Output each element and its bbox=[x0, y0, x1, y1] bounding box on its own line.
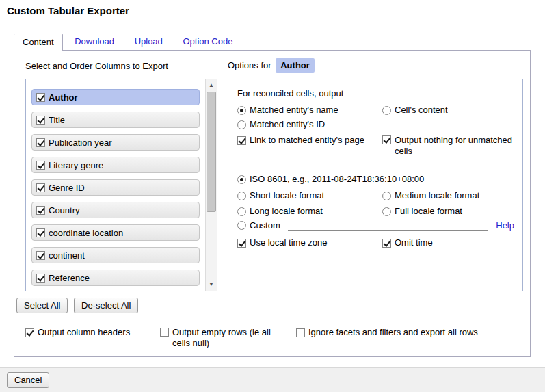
omit-time-option[interactable]: Omit time bbox=[382, 237, 433, 248]
help-link[interactable]: Help bbox=[496, 220, 514, 231]
content-tab-panel: Select and Order Columns to Export Optio… bbox=[14, 50, 531, 357]
medium-locale-radio[interactable] bbox=[382, 192, 391, 200]
cells-content-label: Cell's content bbox=[395, 105, 448, 116]
column-label: continent bbox=[49, 250, 85, 261]
omit-time-checkbox[interactable] bbox=[382, 239, 391, 248]
options-heading: Options for Author bbox=[228, 58, 315, 73]
column-item-continent[interactable]: continent bbox=[31, 247, 200, 263]
custom-format-input[interactable] bbox=[288, 220, 488, 231]
column-list-items: Author Title Publication year Literary g… bbox=[26, 79, 205, 291]
column-item-coordinate-location[interactable]: coordinate location bbox=[31, 224, 200, 241]
column-checkbox[interactable] bbox=[36, 183, 45, 192]
output-empty-rows-option[interactable]: Output empty rows (ie all cells null) bbox=[160, 327, 282, 349]
iso-8601-radio[interactable] bbox=[237, 175, 246, 184]
column-label: Author bbox=[49, 92, 78, 103]
long-locale-label: Long locale format bbox=[250, 206, 323, 217]
output-nothing-unmatched-option[interactable]: Output nothing for unmatched cells bbox=[382, 135, 519, 157]
ignore-facets-checkbox[interactable] bbox=[296, 328, 305, 337]
link-matched-entity-option[interactable]: Link to matched entity's page bbox=[237, 135, 364, 146]
tab-option-code[interactable]: Option Code bbox=[174, 34, 241, 51]
full-locale-radio[interactable] bbox=[382, 207, 391, 216]
column-item-literary-genre[interactable]: Literary genre bbox=[31, 157, 200, 173]
matched-entity-id-option[interactable]: Matched entity's ID bbox=[237, 119, 325, 130]
column-label: Genre ID bbox=[49, 183, 85, 193]
matched-entity-id-radio[interactable] bbox=[237, 120, 246, 129]
custom-tabular-exporter-dialog: Custom Tabular Exporter Content Download… bbox=[0, 0, 545, 392]
matched-entity-name-option[interactable]: Matched entity's name bbox=[237, 105, 338, 116]
tab-download[interactable]: Download bbox=[66, 34, 122, 51]
column-item-title[interactable]: Title bbox=[31, 112, 200, 128]
custom-format-row: Custom Help bbox=[237, 220, 514, 231]
cells-content-radio[interactable] bbox=[382, 106, 391, 115]
columns-heading: Select and Order Columns to Export bbox=[25, 61, 168, 71]
matched-entity-name-label: Matched entity's name bbox=[250, 105, 338, 116]
output-column-headers-checkbox[interactable] bbox=[25, 328, 34, 337]
full-locale-option[interactable]: Full locale format bbox=[382, 206, 462, 217]
scrollbar-thumb[interactable] bbox=[207, 92, 216, 212]
column-item-reference[interactable]: Reference bbox=[31, 270, 200, 286]
cancel-button[interactable]: Cancel bbox=[7, 372, 49, 388]
column-label: Country bbox=[49, 205, 80, 215]
tab-upload[interactable]: Upload bbox=[127, 34, 171, 51]
custom-format-radio[interactable] bbox=[237, 221, 246, 230]
column-item-country[interactable]: Country bbox=[31, 202, 200, 218]
omit-time-label: Omit time bbox=[395, 237, 433, 248]
dialog-title: Custom Tabular Exporter bbox=[7, 5, 129, 16]
link-matched-entity-label: Link to matched entity's page bbox=[250, 135, 364, 146]
column-label: Literary genre bbox=[49, 160, 103, 170]
output-column-headers-option[interactable]: Output column headers bbox=[25, 327, 130, 338]
column-checkbox[interactable] bbox=[36, 274, 45, 283]
column-label: Title bbox=[49, 115, 65, 125]
link-matched-entity-checkbox[interactable] bbox=[237, 136, 246, 145]
use-local-timezone-checkbox[interactable] bbox=[237, 239, 246, 248]
selected-column-badge: Author bbox=[276, 58, 315, 73]
list-buttons: Select All De-select All bbox=[16, 298, 142, 313]
ignore-facets-option[interactable]: Ignore facets and filters and export all… bbox=[296, 327, 478, 338]
column-list: Author Title Publication year Literary g… bbox=[25, 79, 217, 291]
column-options-panel: For reconciled cells, output Matched ent… bbox=[228, 79, 523, 291]
column-label: coordinate location bbox=[49, 228, 123, 238]
column-checkbox[interactable] bbox=[36, 138, 45, 147]
column-checkbox[interactable] bbox=[36, 161, 45, 170]
use-local-timezone-label: Use local time zone bbox=[250, 237, 327, 248]
cells-content-option[interactable]: Cell's content bbox=[382, 105, 448, 116]
short-locale-radio[interactable] bbox=[237, 192, 246, 200]
custom-format-label: Custom bbox=[250, 220, 280, 231]
full-locale-label: Full locale format bbox=[395, 206, 462, 217]
medium-locale-label: Medium locale format bbox=[395, 190, 479, 201]
column-label: Publication year bbox=[49, 138, 112, 148]
short-locale-option[interactable]: Short locale format bbox=[237, 190, 324, 201]
select-all-button[interactable]: Select All bbox=[16, 298, 68, 313]
output-nothing-unmatched-label: Output nothing for unmatched cells bbox=[395, 135, 519, 157]
column-label: Reference bbox=[49, 273, 90, 283]
ignore-facets-label: Ignore facets and filters and export all… bbox=[308, 327, 478, 338]
column-list-scrollbar[interactable]: ▲ ▼ bbox=[205, 79, 217, 291]
iso-8601-option[interactable]: ISO 8601, e.g., 2011-08-24T18:36:10+08:0… bbox=[237, 174, 424, 185]
column-item-genre-id[interactable]: Genre ID bbox=[31, 179, 200, 196]
output-column-headers-label: Output column headers bbox=[38, 327, 130, 338]
scroll-down-icon[interactable]: ▼ bbox=[206, 279, 217, 290]
long-locale-radio[interactable] bbox=[237, 207, 246, 216]
iso-8601-label: ISO 8601, e.g., 2011-08-24T18:36:10+08:0… bbox=[250, 174, 424, 185]
tab-content[interactable]: Content bbox=[14, 34, 63, 51]
column-checkbox[interactable] bbox=[36, 251, 45, 260]
output-empty-rows-label: Output empty rows (ie all cells null) bbox=[172, 327, 282, 349]
output-empty-rows-checkbox[interactable] bbox=[160, 328, 169, 337]
column-checkbox[interactable] bbox=[36, 206, 45, 215]
use-local-timezone-option[interactable]: Use local time zone bbox=[237, 237, 327, 248]
column-item-author[interactable]: Author bbox=[31, 89, 200, 105]
scroll-up-icon[interactable]: ▲ bbox=[206, 80, 217, 91]
column-item-publication-year[interactable]: Publication year bbox=[31, 134, 200, 151]
column-checkbox[interactable] bbox=[36, 228, 45, 237]
deselect-all-button[interactable]: De-select All bbox=[74, 298, 138, 313]
short-locale-label: Short locale format bbox=[250, 190, 324, 201]
long-locale-option[interactable]: Long locale format bbox=[237, 206, 323, 217]
output-nothing-unmatched-checkbox[interactable] bbox=[382, 135, 391, 144]
dialog-footer: Cancel bbox=[0, 367, 545, 392]
column-checkbox[interactable] bbox=[36, 93, 45, 102]
tab-bar: Content Download Upload Option Code bbox=[14, 34, 242, 51]
matched-entity-id-label: Matched entity's ID bbox=[250, 119, 325, 130]
matched-entity-name-radio[interactable] bbox=[237, 106, 246, 115]
column-checkbox[interactable] bbox=[36, 116, 45, 125]
medium-locale-option[interactable]: Medium locale format bbox=[382, 190, 479, 201]
